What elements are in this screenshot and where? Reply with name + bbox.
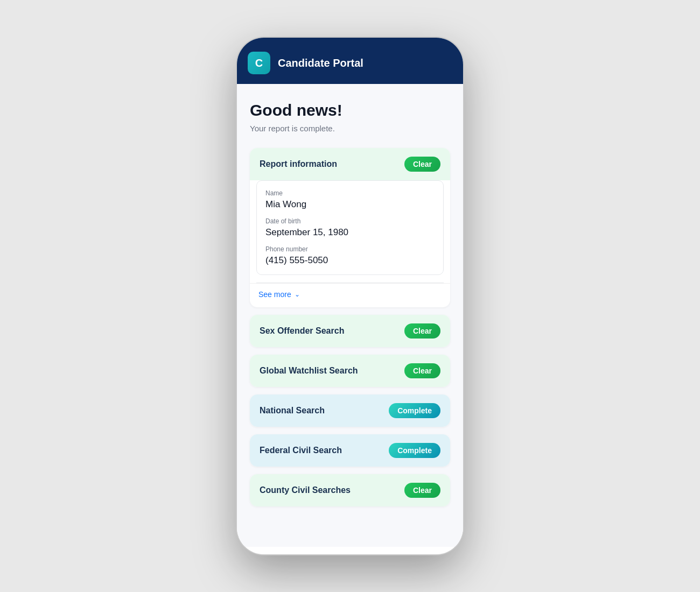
search-card-3: Federal Civil SearchComplete bbox=[250, 434, 450, 467]
report-info-title: Report information bbox=[260, 159, 337, 169]
app-title: Candidate Portal bbox=[278, 57, 363, 69]
search-card-header-2: National SearchComplete bbox=[250, 394, 450, 427]
app-logo: C bbox=[248, 52, 270, 74]
name-label: Name bbox=[265, 189, 435, 197]
search-card-4: County Civil SearchesClear bbox=[250, 474, 450, 506]
search-card-1: Global Watchlist SearchClear bbox=[250, 355, 450, 387]
search-cards-container: Sex Offender SearchClearGlobal Watchlist… bbox=[250, 315, 450, 506]
phone-frame: C Candidate Portal Good news! Your repor… bbox=[237, 38, 463, 554]
dob-label: Date of birth bbox=[265, 217, 435, 225]
search-card-badge-1[interactable]: Clear bbox=[404, 363, 440, 378]
search-card-header-0: Sex Offender SearchClear bbox=[250, 315, 450, 347]
page-title: Good news! bbox=[250, 101, 450, 119]
phone-label: Phone number bbox=[265, 245, 435, 253]
search-card-title-3: Federal Civil Search bbox=[260, 446, 342, 455]
report-info-clear-button[interactable]: Clear bbox=[404, 157, 440, 172]
see-more-row[interactable]: See more ⌄ bbox=[250, 283, 450, 307]
app-header: C Candidate Portal bbox=[237, 44, 463, 84]
report-info-inner: Name Mia Wong Date of birth September 15… bbox=[256, 180, 444, 275]
search-card-title-4: County Civil Searches bbox=[260, 485, 351, 495]
search-card-header-1: Global Watchlist SearchClear bbox=[250, 355, 450, 387]
page-subtitle: Your report is complete. bbox=[250, 124, 450, 133]
report-info-header: Report information Clear bbox=[250, 148, 450, 180]
search-card-header-4: County Civil SearchesClear bbox=[250, 474, 450, 506]
search-card-title-2: National Search bbox=[260, 406, 325, 415]
search-card-badge-2[interactable]: Complete bbox=[389, 403, 440, 418]
report-info-card: Report information Clear Name Mia Wong D… bbox=[250, 148, 450, 307]
search-card-0: Sex Offender SearchClear bbox=[250, 315, 450, 347]
search-card-badge-0[interactable]: Clear bbox=[404, 323, 440, 339]
search-card-header-3: Federal Civil SearchComplete bbox=[250, 434, 450, 467]
phone-value: (415) 555-5050 bbox=[265, 255, 435, 266]
search-card-title-0: Sex Offender Search bbox=[260, 326, 344, 336]
search-card-title-1: Global Watchlist Search bbox=[260, 366, 358, 376]
search-card-badge-3[interactable]: Complete bbox=[389, 443, 440, 458]
phone-top-bar bbox=[237, 38, 463, 44]
search-card-badge-4[interactable]: Clear bbox=[404, 483, 440, 498]
main-content: Good news! Your report is complete. Repo… bbox=[237, 84, 463, 547]
dob-value: September 15, 1980 bbox=[265, 227, 435, 238]
search-card-2: National SearchComplete bbox=[250, 394, 450, 427]
see-more-text: See more bbox=[258, 290, 291, 299]
name-value: Mia Wong bbox=[265, 199, 435, 210]
chevron-down-icon: ⌄ bbox=[295, 291, 300, 298]
